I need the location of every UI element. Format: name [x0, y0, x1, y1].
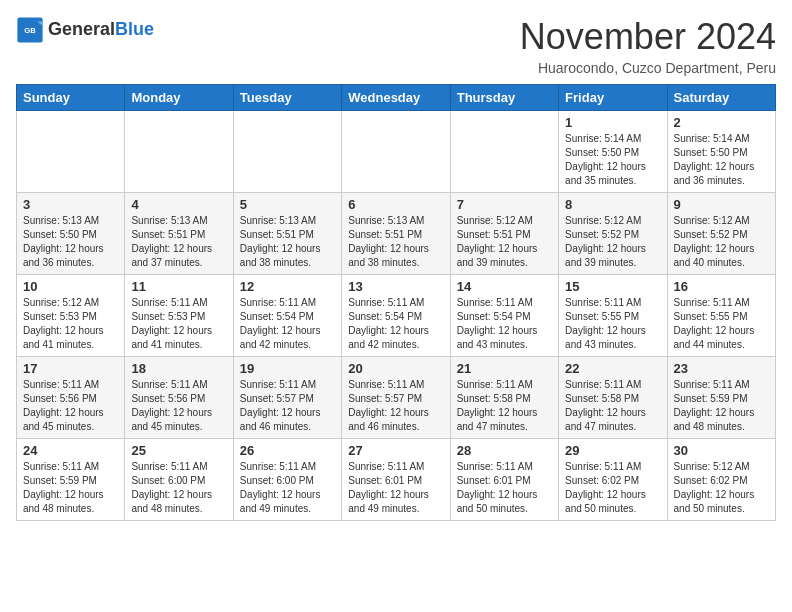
calendar-week-row: 10Sunrise: 5:12 AM Sunset: 5:53 PM Dayli… — [17, 275, 776, 357]
day-number: 14 — [457, 279, 552, 294]
day-info: Sunrise: 5:12 AM Sunset: 5:52 PM Dayligh… — [565, 214, 660, 270]
calendar-cell: 16Sunrise: 5:11 AM Sunset: 5:55 PM Dayli… — [667, 275, 775, 357]
logo-icon: GB — [16, 16, 44, 44]
calendar-cell: 22Sunrise: 5:11 AM Sunset: 5:58 PM Dayli… — [559, 357, 667, 439]
day-number: 9 — [674, 197, 769, 212]
calendar-cell: 13Sunrise: 5:11 AM Sunset: 5:54 PM Dayli… — [342, 275, 450, 357]
calendar-cell: 18Sunrise: 5:11 AM Sunset: 5:56 PM Dayli… — [125, 357, 233, 439]
day-info: Sunrise: 5:11 AM Sunset: 6:01 PM Dayligh… — [457, 460, 552, 516]
calendar-cell — [17, 111, 125, 193]
day-number: 23 — [674, 361, 769, 376]
day-number: 16 — [674, 279, 769, 294]
day-number: 18 — [131, 361, 226, 376]
calendar-week-row: 24Sunrise: 5:11 AM Sunset: 5:59 PM Dayli… — [17, 439, 776, 521]
day-info: Sunrise: 5:11 AM Sunset: 5:57 PM Dayligh… — [348, 378, 443, 434]
calendar-cell: 7Sunrise: 5:12 AM Sunset: 5:51 PM Daylig… — [450, 193, 558, 275]
title-block: November 2024 Huarocondo, Cuzco Departme… — [520, 16, 776, 76]
day-number: 4 — [131, 197, 226, 212]
day-info: Sunrise: 5:11 AM Sunset: 5:55 PM Dayligh… — [674, 296, 769, 352]
day-number: 2 — [674, 115, 769, 130]
calendar-cell: 26Sunrise: 5:11 AM Sunset: 6:00 PM Dayli… — [233, 439, 341, 521]
calendar-cell: 12Sunrise: 5:11 AM Sunset: 5:54 PM Dayli… — [233, 275, 341, 357]
calendar-table: SundayMondayTuesdayWednesdayThursdayFrid… — [16, 84, 776, 521]
page-header: GB GeneralBlue November 2024 Huarocondo,… — [16, 16, 776, 76]
day-info: Sunrise: 5:11 AM Sunset: 5:54 PM Dayligh… — [240, 296, 335, 352]
day-number: 29 — [565, 443, 660, 458]
calendar-cell — [233, 111, 341, 193]
weekday-header-row: SundayMondayTuesdayWednesdayThursdayFrid… — [17, 85, 776, 111]
day-number: 6 — [348, 197, 443, 212]
day-info: Sunrise: 5:11 AM Sunset: 6:01 PM Dayligh… — [348, 460, 443, 516]
day-info: Sunrise: 5:11 AM Sunset: 5:54 PM Dayligh… — [348, 296, 443, 352]
day-number: 30 — [674, 443, 769, 458]
calendar-cell — [125, 111, 233, 193]
logo: GB GeneralBlue — [16, 16, 154, 44]
day-info: Sunrise: 5:11 AM Sunset: 6:00 PM Dayligh… — [131, 460, 226, 516]
calendar-cell: 25Sunrise: 5:11 AM Sunset: 6:00 PM Dayli… — [125, 439, 233, 521]
month-title: November 2024 — [520, 16, 776, 58]
day-number: 22 — [565, 361, 660, 376]
calendar-cell: 19Sunrise: 5:11 AM Sunset: 5:57 PM Dayli… — [233, 357, 341, 439]
day-info: Sunrise: 5:11 AM Sunset: 5:57 PM Dayligh… — [240, 378, 335, 434]
weekday-header-saturday: Saturday — [667, 85, 775, 111]
day-info: Sunrise: 5:12 AM Sunset: 5:51 PM Dayligh… — [457, 214, 552, 270]
day-info: Sunrise: 5:13 AM Sunset: 5:50 PM Dayligh… — [23, 214, 118, 270]
day-number: 13 — [348, 279, 443, 294]
day-number: 25 — [131, 443, 226, 458]
svg-text:GB: GB — [24, 26, 36, 35]
day-info: Sunrise: 5:12 AM Sunset: 5:53 PM Dayligh… — [23, 296, 118, 352]
day-number: 1 — [565, 115, 660, 130]
calendar-cell: 29Sunrise: 5:11 AM Sunset: 6:02 PM Dayli… — [559, 439, 667, 521]
day-info: Sunrise: 5:14 AM Sunset: 5:50 PM Dayligh… — [674, 132, 769, 188]
weekday-header-monday: Monday — [125, 85, 233, 111]
day-number: 19 — [240, 361, 335, 376]
calendar-cell: 5Sunrise: 5:13 AM Sunset: 5:51 PM Daylig… — [233, 193, 341, 275]
day-number: 21 — [457, 361, 552, 376]
day-info: Sunrise: 5:13 AM Sunset: 5:51 PM Dayligh… — [348, 214, 443, 270]
day-number: 17 — [23, 361, 118, 376]
location-subtitle: Huarocondo, Cuzco Department, Peru — [520, 60, 776, 76]
day-number: 15 — [565, 279, 660, 294]
calendar-week-row: 3Sunrise: 5:13 AM Sunset: 5:50 PM Daylig… — [17, 193, 776, 275]
weekday-header-tuesday: Tuesday — [233, 85, 341, 111]
calendar-cell: 15Sunrise: 5:11 AM Sunset: 5:55 PM Dayli… — [559, 275, 667, 357]
day-info: Sunrise: 5:11 AM Sunset: 5:54 PM Dayligh… — [457, 296, 552, 352]
calendar-cell: 14Sunrise: 5:11 AM Sunset: 5:54 PM Dayli… — [450, 275, 558, 357]
day-info: Sunrise: 5:12 AM Sunset: 5:52 PM Dayligh… — [674, 214, 769, 270]
day-info: Sunrise: 5:11 AM Sunset: 6:02 PM Dayligh… — [565, 460, 660, 516]
day-number: 26 — [240, 443, 335, 458]
weekday-header-wednesday: Wednesday — [342, 85, 450, 111]
day-info: Sunrise: 5:11 AM Sunset: 5:59 PM Dayligh… — [674, 378, 769, 434]
day-number: 11 — [131, 279, 226, 294]
calendar-cell — [342, 111, 450, 193]
day-info: Sunrise: 5:11 AM Sunset: 5:55 PM Dayligh… — [565, 296, 660, 352]
day-info: Sunrise: 5:13 AM Sunset: 5:51 PM Dayligh… — [131, 214, 226, 270]
calendar-cell: 11Sunrise: 5:11 AM Sunset: 5:53 PM Dayli… — [125, 275, 233, 357]
calendar-cell: 30Sunrise: 5:12 AM Sunset: 6:02 PM Dayli… — [667, 439, 775, 521]
day-info: Sunrise: 5:11 AM Sunset: 5:56 PM Dayligh… — [131, 378, 226, 434]
day-info: Sunrise: 5:11 AM Sunset: 5:58 PM Dayligh… — [457, 378, 552, 434]
day-number: 10 — [23, 279, 118, 294]
calendar-cell: 2Sunrise: 5:14 AM Sunset: 5:50 PM Daylig… — [667, 111, 775, 193]
day-number: 20 — [348, 361, 443, 376]
day-number: 28 — [457, 443, 552, 458]
day-info: Sunrise: 5:12 AM Sunset: 6:02 PM Dayligh… — [674, 460, 769, 516]
day-info: Sunrise: 5:11 AM Sunset: 5:58 PM Dayligh… — [565, 378, 660, 434]
calendar-cell: 24Sunrise: 5:11 AM Sunset: 5:59 PM Dayli… — [17, 439, 125, 521]
calendar-cell: 27Sunrise: 5:11 AM Sunset: 6:01 PM Dayli… — [342, 439, 450, 521]
calendar-cell: 8Sunrise: 5:12 AM Sunset: 5:52 PM Daylig… — [559, 193, 667, 275]
calendar-cell: 1Sunrise: 5:14 AM Sunset: 5:50 PM Daylig… — [559, 111, 667, 193]
day-info: Sunrise: 5:14 AM Sunset: 5:50 PM Dayligh… — [565, 132, 660, 188]
day-number: 8 — [565, 197, 660, 212]
calendar-cell: 23Sunrise: 5:11 AM Sunset: 5:59 PM Dayli… — [667, 357, 775, 439]
day-number: 24 — [23, 443, 118, 458]
logo-blue: Blue — [115, 19, 154, 39]
calendar-cell: 20Sunrise: 5:11 AM Sunset: 5:57 PM Dayli… — [342, 357, 450, 439]
day-number: 3 — [23, 197, 118, 212]
calendar-cell: 10Sunrise: 5:12 AM Sunset: 5:53 PM Dayli… — [17, 275, 125, 357]
calendar-cell: 6Sunrise: 5:13 AM Sunset: 5:51 PM Daylig… — [342, 193, 450, 275]
calendar-cell: 4Sunrise: 5:13 AM Sunset: 5:51 PM Daylig… — [125, 193, 233, 275]
logo-general: General — [48, 19, 115, 39]
day-number: 27 — [348, 443, 443, 458]
day-number: 5 — [240, 197, 335, 212]
